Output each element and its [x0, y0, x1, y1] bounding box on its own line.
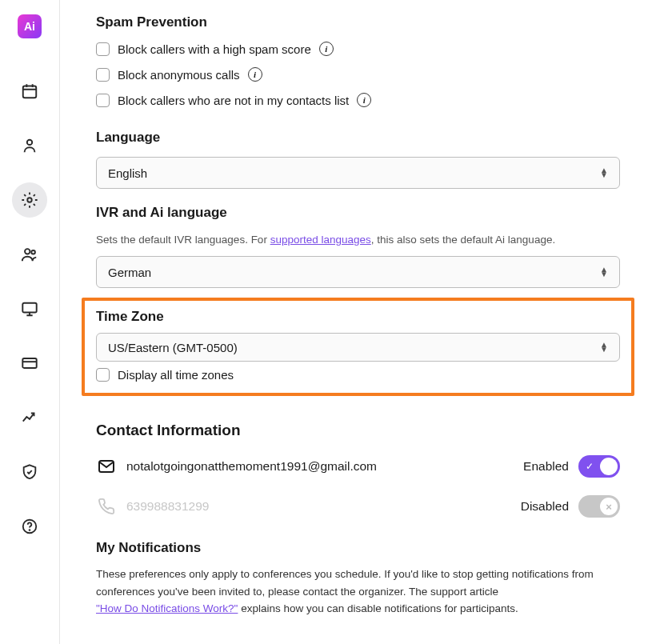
timezone-header: Time Zone [96, 309, 620, 325]
help-icon [21, 518, 38, 535]
x-icon: × [606, 501, 612, 513]
svg-rect-6 [22, 358, 36, 368]
timezone-checkbox-label: Display all time zones [118, 368, 234, 382]
spam-header: Spam Prevention [96, 14, 620, 30]
sidebar-item-display[interactable] [12, 291, 47, 326]
email-status-label: Enabled [523, 459, 569, 474]
sidebar: Ai [0, 0, 60, 644]
sidebar-item-help[interactable] [12, 509, 47, 544]
notifications-header: My Notifications [96, 540, 620, 556]
info-icon[interactable]: i [319, 42, 334, 56]
contact-email-row: notalotgoingonatthemoment1991@gmail.com … [96, 455, 620, 478]
spam-option-2: Block anonymous calls i [96, 67, 620, 82]
notifications-support-link[interactable]: "How Do Notifications Work?" [96, 602, 238, 614]
ivr-description: Sets the default IVR languages. For supp… [96, 232, 620, 248]
main-content: Spam Prevention Block callers with a hig… [60, 0, 648, 644]
email-toggle[interactable]: ✓ [578, 455, 620, 478]
svg-point-4 [31, 250, 35, 254]
svg-point-8 [30, 530, 30, 530]
info-icon[interactable]: i [357, 93, 371, 107]
svg-point-3 [25, 249, 30, 254]
contact-email-value: notalotgoingonatthemoment1991@gmail.com [126, 459, 377, 474]
check-icon: ✓ [586, 461, 594, 472]
checkbox-contacts-only[interactable] [96, 94, 110, 107]
select-arrows-icon: ▲▼ [600, 342, 608, 352]
phone-status-label: Disabled [521, 499, 569, 514]
phone-toggle[interactable]: × [578, 495, 620, 518]
svg-rect-0 [23, 86, 37, 98]
card-icon [21, 354, 38, 372]
shield-icon [21, 463, 38, 481]
contact-phone-row: 639988831299 Disabled × [96, 495, 620, 518]
timezone-highlight: Time Zone US/Eastern (GMT-0500) ▲▼ Displ… [82, 298, 634, 396]
app-logo[interactable]: Ai [18, 14, 42, 38]
phone-icon [96, 496, 117, 517]
supported-languages-link[interactable]: supported languages [270, 234, 371, 246]
contact-header: Contact Information [96, 422, 620, 439]
timezone-select[interactable]: US/Eastern (GMT-0500) ▲▼ [96, 333, 620, 362]
svg-point-1 [27, 140, 32, 145]
ivr-language-value: German [108, 266, 151, 279]
select-arrows-icon: ▲▼ [600, 168, 608, 178]
timezone-value: US/Eastern (GMT-0500) [108, 341, 238, 354]
notifications-description: These preferences only apply to conferen… [96, 566, 620, 618]
gear-icon [21, 191, 38, 209]
sidebar-item-user[interactable] [12, 128, 47, 163]
spam-option-2-label: Block anonymous calls [118, 68, 240, 82]
sidebar-item-team[interactable] [12, 237, 47, 272]
sidebar-item-settings[interactable] [12, 182, 47, 218]
monitor-icon [21, 300, 38, 318]
users-icon [21, 246, 38, 263]
spam-option-3: Block callers who are not in my contacts… [96, 93, 620, 107]
spam-option-3-label: Block callers who are not in my contacts… [118, 94, 349, 107]
contact-phone-value: 639988831299 [126, 499, 209, 514]
ivr-header: IVR and Ai language [96, 205, 620, 221]
language-value: English [108, 166, 147, 180]
mail-icon [96, 456, 117, 477]
sidebar-item-analytics[interactable] [12, 400, 47, 435]
sidebar-item-security[interactable] [12, 454, 47, 490]
checkbox-display-all-timezones[interactable] [96, 368, 110, 382]
trend-icon [21, 409, 38, 426]
calendar-icon [21, 82, 38, 100]
info-icon[interactable]: i [248, 67, 262, 82]
user-icon [21, 137, 38, 154]
sidebar-item-billing[interactable] [12, 346, 47, 381]
svg-rect-5 [22, 303, 36, 313]
svg-point-2 [27, 198, 32, 202]
language-header: Language [96, 130, 620, 146]
spam-option-1-label: Block callers with a high spam score [118, 42, 311, 56]
checkbox-anonymous[interactable] [96, 68, 110, 82]
ivr-language-select[interactable]: German ▲▼ [96, 256, 620, 288]
select-arrows-icon: ▲▼ [600, 267, 608, 277]
timezone-display-all-row: Display all time zones [96, 368, 620, 382]
checkbox-spam-score[interactable] [96, 42, 110, 56]
language-select[interactable]: English ▲▼ [96, 157, 620, 189]
spam-option-1: Block callers with a high spam score i [96, 42, 620, 56]
sidebar-item-calendar[interactable] [12, 74, 47, 109]
